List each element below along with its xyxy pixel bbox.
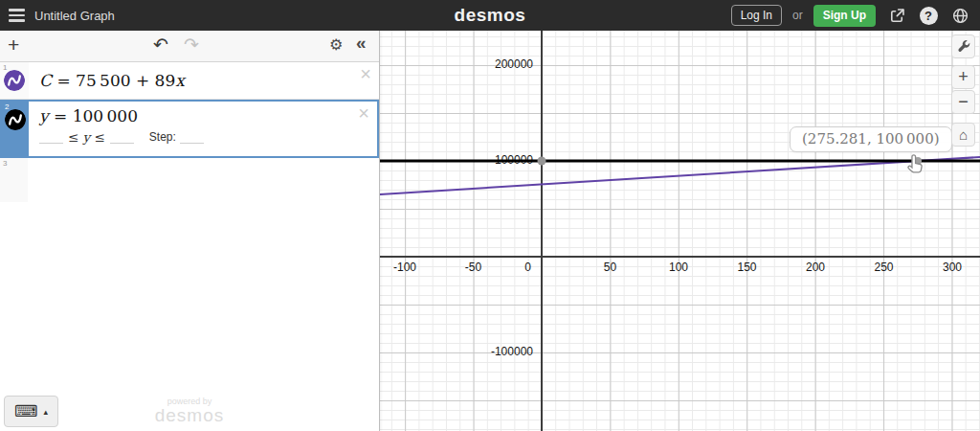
upper-bound-input[interactable] [110,131,134,144]
x-tick-label: 100 [657,261,700,274]
zoom-in-button[interactable]: + [951,65,975,89]
equation-body: = 75 500 + 89 [52,71,175,90]
graph-canvas[interactable]: 200000 100000 -100000 -100 -50 0 50 100 … [380,31,980,431]
add-expression-button[interactable]: + [8,34,19,57]
expression-1-mathfield[interactable]: C = 75 500 + 89x × [29,62,379,99]
expression-2-gutter[interactable]: 2 [2,102,29,156]
zoom-out-button[interactable]: − [951,90,975,114]
expression-2-mathfield[interactable]: y = 100 000 ≤ y ≤ Step: × [29,102,377,156]
x-tick-label: 150 [726,261,768,274]
x-tick-label: 200 [794,261,836,274]
lower-bound-input[interactable] [39,131,63,144]
y-tick-label: 200000 [380,57,537,71]
equation-body: = 100 000 [49,106,138,125]
expression-row-3-empty[interactable]: 3 [0,158,28,202]
x-tick-label: 300 [931,261,973,274]
coordinate-tooltip: (275.281, 100 000) [790,126,952,152]
equation-variable: x [175,71,185,90]
y-axis [541,31,543,431]
y-tick-label: 100000 [380,153,537,167]
cursor-hand-icon [905,153,924,174]
account-controls: Log In or Sign Up ? [731,5,980,27]
step-label: Step: [149,130,176,144]
slider-bounds-row: ≤ y ≤ Step: [39,128,377,144]
x-tick-label: 50 [590,261,632,274]
keyboard-icon: ⌨ [14,403,38,420]
main-menu-icon[interactable] [2,0,31,31]
plotted-curves [380,31,980,431]
equation-lhs: y [39,106,49,125]
caret-up-icon: ▴ [44,407,49,417]
or-label: or [792,9,803,22]
help-icon[interactable]: ? [918,5,939,26]
share-icon[interactable] [886,5,907,26]
expression-index: 2 [5,102,9,111]
log-in-button[interactable]: Log In [731,5,782,26]
x-axis [380,256,980,258]
redo-icon[interactable]: ↷ [184,34,199,56]
delete-expression-icon[interactable]: × [358,103,369,123]
step-input[interactable] [180,131,204,144]
collapse-panel-icon[interactable]: « [356,33,367,54]
keyboard-toggle-button[interactable]: ⌨ ▴ [4,396,58,427]
expression-index: 1 [3,63,7,72]
curve-color-icon[interactable] [5,109,26,130]
x-tick-label: 250 [863,261,905,274]
edit-list-gear-icon[interactable]: ⚙ [329,35,343,54]
origin-label: 0 [493,261,531,274]
expression-index: 3 [3,159,7,168]
expression-row-1: 1 C = 75 500 + 89x × [0,62,379,100]
top-bar: Untitled Graph desmos Log In or Sign Up … [0,0,980,31]
powered-by-watermark: powered by desmos [140,397,239,425]
equation-lhs: C [39,71,52,90]
curve-color-icon[interactable] [4,70,25,91]
language-globe-icon[interactable] [949,5,970,26]
x-tick-label: -100 [384,261,426,274]
expression-1-gutter[interactable]: 1 [0,62,29,99]
expression-toolbar: + ↶ ↷ ⚙ « [0,31,379,62]
graph-settings-wrench-icon[interactable] [951,34,975,58]
sign-up-button[interactable]: Sign Up [813,5,876,27]
expression-row-2-selected: 2 y = 100 000 ≤ y ≤ Step: × [0,100,379,158]
graph-title[interactable]: Untitled Graph [34,9,115,23]
home-button[interactable]: ⌂ [951,123,975,147]
x-tick-label: -50 [453,261,495,274]
undo-icon[interactable]: ↶ [153,34,168,56]
expression-panel: + ↶ ↷ ⚙ « 1 C = 75 500 + 89x × 2 [0,31,380,431]
y-tick-label: -100000 [380,345,537,358]
delete-expression-icon[interactable]: × [360,64,371,83]
